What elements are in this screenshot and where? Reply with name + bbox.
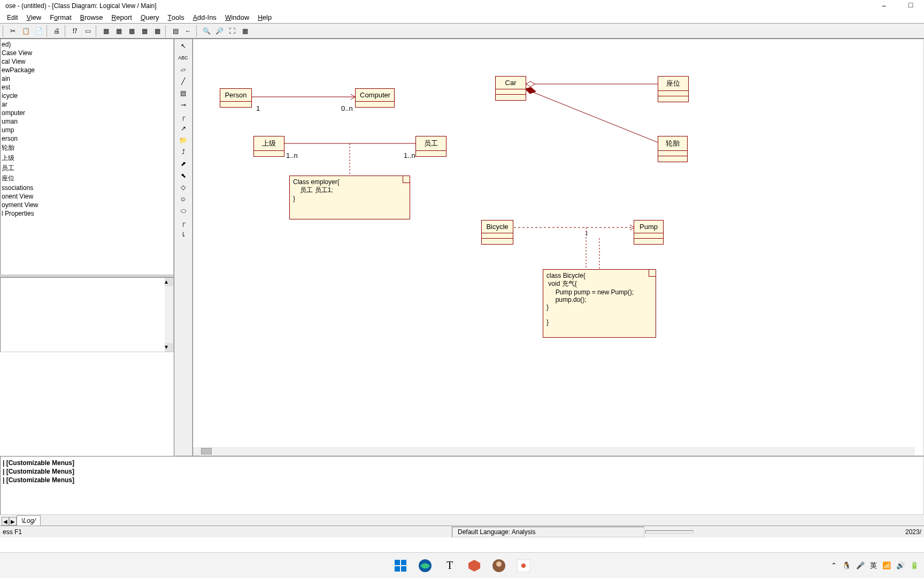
start-button[interactable] xyxy=(390,556,411,576)
menu-tools[interactable]: Tools xyxy=(164,12,189,22)
interface-tool[interactable]: ⊸ xyxy=(176,99,190,111)
unidir-association-tool[interactable]: ↗ xyxy=(176,123,190,134)
edge-browser-button[interactable] xyxy=(415,556,435,576)
tree-item[interactable]: ar xyxy=(2,100,172,109)
tree-item[interactable]: onent View xyxy=(2,192,172,201)
app-button-3[interactable] xyxy=(513,556,534,576)
back-button[interactable]: ← xyxy=(182,25,194,37)
menu-query[interactable]: Query xyxy=(136,12,164,22)
class-person[interactable]: Person xyxy=(220,88,252,108)
class-employee[interactable]: 员工 xyxy=(415,136,446,157)
tray-mic-icon[interactable]: 🎤 xyxy=(856,561,865,569)
browse-class-button[interactable]: ▦ xyxy=(100,25,112,37)
zoom-in-button[interactable]: 🔍 xyxy=(201,25,212,37)
maximize-button[interactable]: □ xyxy=(903,1,919,9)
zoom-out-button[interactable]: 🔎 xyxy=(213,25,225,37)
class-seat[interactable]: 座位 xyxy=(658,76,689,102)
package-tool[interactable]: 📁 xyxy=(176,134,190,146)
tree-item[interactable]: omputer xyxy=(2,109,172,117)
tray-battery-icon[interactable]: 🔋 xyxy=(910,561,919,569)
tree-item[interactable]: 员工 xyxy=(2,163,172,173)
diagram-canvas[interactable]: Person Computer 1 0..n Car 座位 xyxy=(192,39,924,456)
class-wheel[interactable]: 轮胎 xyxy=(658,136,688,162)
tray-volume-icon[interactable]: 🔊 xyxy=(896,561,905,569)
app-button-2[interactable] xyxy=(489,556,509,576)
tree-item[interactable]: 轮胎 xyxy=(2,143,172,153)
minimize-button[interactable]: − xyxy=(876,2,892,10)
tree-item[interactable]: est xyxy=(2,83,172,92)
text-tool[interactable]: ABC xyxy=(176,52,190,64)
log-tab[interactable]: \Log/ xyxy=(17,515,41,526)
menu-view[interactable]: View xyxy=(22,12,46,22)
tray-ime-indicator[interactable]: 英 xyxy=(870,561,877,571)
class-tool[interactable]: ▤ xyxy=(176,87,190,99)
menu-report[interactable]: Report xyxy=(107,12,136,22)
browse-usecase-button[interactable]: ▦ xyxy=(113,25,125,37)
class-bicycle[interactable]: Bicycle xyxy=(481,220,513,245)
scroll-down-icon[interactable]: ▾ xyxy=(165,343,173,352)
tree-item[interactable]: oyment View xyxy=(2,201,172,209)
class-computer[interactable]: Computer xyxy=(355,88,395,108)
class-car[interactable]: Car xyxy=(495,76,526,101)
note-bicycle[interactable]: class Bicycle{ void 充气{ Pump pump = new … xyxy=(543,269,656,338)
tree-item[interactable]: cal View xyxy=(2,57,172,66)
association-tool[interactable]: ┌ xyxy=(176,111,190,123)
tree-browser[interactable]: ed) Case View cal View ewPackage ain est… xyxy=(0,39,174,275)
tree-item[interactable]: Case View xyxy=(2,49,172,57)
scroll-up-icon[interactable]: ▴ xyxy=(165,278,173,286)
tree-item[interactable]: uman xyxy=(2,117,172,126)
copy-button[interactable]: 📋 xyxy=(20,25,32,37)
association-class-tool[interactable]: ┌ xyxy=(176,217,190,229)
tray-chevron-icon[interactable]: ⌃ xyxy=(831,561,837,569)
documentation-panel[interactable]: ▴ ▾ xyxy=(0,277,174,352)
text-app-button[interactable]: T xyxy=(440,556,460,576)
menu-edit[interactable]: Edit xyxy=(3,12,22,22)
paste-button[interactable]: 📄 xyxy=(33,25,44,37)
tree-item[interactable]: 上级 xyxy=(2,153,172,163)
app-button-1[interactable] xyxy=(464,556,484,576)
class-boss[interactable]: 上级 xyxy=(253,136,284,157)
browse-deployment-button[interactable]: ▦ xyxy=(138,25,150,37)
menu-browse[interactable]: Browse xyxy=(76,12,107,22)
browse-parent-button[interactable]: ▤ xyxy=(170,25,181,37)
generalization-tool[interactable]: ⬈ xyxy=(176,158,190,170)
cut-button[interactable]: ✂ xyxy=(7,25,19,37)
doc-scrollbar[interactable]: ▴ ▾ xyxy=(165,278,173,352)
actor-tool[interactable]: ☺ xyxy=(176,193,190,205)
tree-item[interactable]: ewPackage xyxy=(2,66,172,74)
undo-fit-button[interactable]: ▦ xyxy=(239,25,251,37)
tree-item[interactable]: erson xyxy=(2,134,172,143)
tray-app-icon[interactable]: 🐧 xyxy=(842,561,851,569)
menu-window[interactable]: Window xyxy=(221,12,253,22)
usecase-tool[interactable]: ⬭ xyxy=(176,205,190,217)
menu-help[interactable]: Help xyxy=(253,12,276,22)
print-button[interactable]: 🖨 xyxy=(51,25,63,37)
link-attr-tool[interactable]: ⤹ xyxy=(176,229,190,240)
note-tool[interactable]: ▱ xyxy=(176,64,190,75)
scrollbar-thumb[interactable] xyxy=(201,448,212,454)
fit-window-button[interactable]: ⛶ xyxy=(226,25,238,37)
selection-tool[interactable]: ↖ xyxy=(176,40,190,52)
tree-item[interactable]: 座位 xyxy=(2,173,172,184)
tree-item[interactable]: ump xyxy=(2,126,172,134)
note-employer[interactable]: Class employer{ 员工 员工1; } xyxy=(289,176,410,219)
tab-nav-prev[interactable]: ◀ xyxy=(2,517,9,526)
horizontal-scrollbar[interactable] xyxy=(193,447,915,455)
tree-item[interactable]: ssociations xyxy=(2,184,172,192)
help-context-button[interactable]: ⁉ xyxy=(69,25,81,37)
realize-tool[interactable]: ⬉ xyxy=(176,170,190,181)
tree-item[interactable]: l Properties xyxy=(2,209,172,218)
browse-component-button[interactable]: ▦ xyxy=(126,25,137,37)
tab-nav-next[interactable]: ▶ xyxy=(9,517,17,526)
view-doc-button[interactable]: ▭ xyxy=(82,25,94,37)
tree-item[interactable]: ed) xyxy=(2,40,172,49)
tree-item[interactable]: icycle xyxy=(2,92,172,100)
anchor-tool[interactable]: ╱ xyxy=(176,75,190,87)
browse-state-button[interactable]: ▦ xyxy=(151,25,163,37)
tree-item[interactable]: ain xyxy=(2,74,172,83)
menu-addins[interactable]: Add-Ins xyxy=(189,12,221,22)
dependency-tool[interactable]: ⤴ xyxy=(176,146,190,158)
tray-wifi-icon[interactable]: 📶 xyxy=(882,561,891,569)
menu-format[interactable]: Format xyxy=(45,12,76,22)
aggregate-tool[interactable]: ◇ xyxy=(176,181,190,193)
